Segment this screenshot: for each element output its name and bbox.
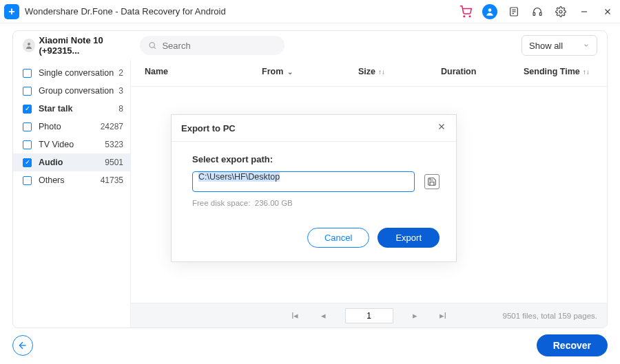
sidebar-item[interactable]: Audio9501 [13,153,130,171]
headset-icon[interactable] [530,5,544,19]
disk-info: Free disk space: 236.00 GB [192,199,440,207]
sidebar-item-count: 8 [118,104,123,114]
col-sending-time[interactable]: Sending Time ↑↓ [524,67,593,76]
cancel-button[interactable]: Cancel [307,228,369,248]
sidebar-item[interactable]: Photo24287 [13,118,130,136]
search-input[interactable] [162,41,276,51]
table-header: Name From ⌄ Size ↑↓ Duration Sending Tim… [131,60,607,87]
sidebar-item[interactable]: Others41735 [13,171,130,189]
sidebar: Single conversation2Group conversation3S… [13,60,130,328]
checkbox[interactable] [23,122,32,131]
browse-folder-button[interactable] [424,174,440,189]
export-modal: Export to PC Select export path: C:\User… [171,114,457,262]
app-logo-icon: + [4,4,19,19]
sort-icon: ↑↓ [583,68,590,76]
checkbox[interactable] [23,69,32,78]
back-button[interactable] [12,335,33,356]
export-path-input[interactable]: C:\Users\HF\Desktop [192,171,415,192]
notes-icon[interactable] [507,5,521,19]
sidebar-item-count: 2 [118,68,123,78]
modal-body: Select export path: C:\Users\HF\Desktop … [172,142,456,215]
sidebar-item-count: 24287 [101,122,123,131]
checkbox[interactable] [23,158,32,167]
app-title: Wondershare Dr.Fone - Data Recovery for … [25,6,459,17]
col-from[interactable]: From ⌄ [262,67,358,76]
prev-page-button[interactable]: ◂ [318,309,329,322]
sidebar-item-label: Single conversation [39,68,118,78]
svg-line-15 [154,47,156,48]
col-name[interactable]: Name [145,67,262,76]
titlebar-actions [459,4,614,19]
last-page-button[interactable]: ▸I [437,309,450,322]
col-duration[interactable]: Duration [441,67,524,76]
sidebar-item-label: Photo [39,122,101,131]
search-box[interactable] [140,36,285,55]
sidebar-item-count: 41735 [101,175,123,185]
svg-point-14 [149,43,154,47]
export-button[interactable]: Export [378,228,440,248]
cart-icon[interactable] [459,5,473,19]
sidebar-item-count: 5323 [105,140,123,149]
sidebar-item-label: Others [39,175,101,185]
pagination: I◂ ◂ ▸ ▸I 9501 files, total 159 pages. [131,303,607,328]
checkbox[interactable] [23,140,32,149]
close-icon[interactable] [601,5,614,19]
sidebar-item-label: Audio [39,158,105,167]
filter-dropdown[interactable]: Show all [521,35,597,56]
device-name: Xiaomi Note 10 (+92315... [39,35,133,56]
sort-icon: ↑↓ [378,68,385,76]
recover-button[interactable]: Recover [537,334,608,356]
topbar: Xiaomi Note 10 (+92315... Show all [13,31,607,60]
sidebar-item-label: TV Video [39,140,105,149]
path-row: C:\Users\HF\Desktop [192,171,440,192]
bottom-bar: Recover [12,332,608,358]
col-size[interactable]: Size ↑↓ [358,67,441,76]
titlebar: + Wondershare Dr.Fone - Data Recovery fo… [0,0,620,23]
modal-title: Export to PC [181,123,236,133]
checkbox[interactable] [23,176,32,185]
chevron-down-icon: ⌄ [287,68,293,76]
svg-point-13 [28,43,30,45]
person-icon [23,39,35,52]
sidebar-item-count: 3 [118,86,123,96]
first-page-button[interactable]: I◂ [289,309,302,322]
svg-point-1 [469,16,471,17]
minimize-icon[interactable] [577,5,591,19]
modal-footer: Cancel Export [172,215,456,261]
next-page-button[interactable]: ▸ [410,309,420,322]
filter-label: Show all [529,41,563,51]
sidebar-item-count: 9501 [105,158,123,167]
export-path-label: Select export path: [192,154,440,164]
modal-close-button[interactable] [437,122,446,134]
modal-header: Export to PC [172,115,456,142]
checkbox[interactable] [23,87,32,96]
save-icon [427,177,437,186]
sidebar-item-label: Star talk [39,104,118,114]
svg-rect-8 [539,12,541,15]
sidebar-item[interactable]: Group conversation3 [13,82,130,100]
svg-point-0 [464,16,465,17]
page-info: 9501 files, total 159 pages. [503,312,597,320]
page-input[interactable] [345,308,393,323]
svg-point-2 [488,8,492,12]
sidebar-item[interactable]: Star talk8 [13,100,130,118]
close-icon [437,122,446,131]
device-selector[interactable]: Xiaomi Note 10 (+92315... [23,35,133,56]
user-avatar-icon[interactable] [482,4,497,19]
sidebar-item[interactable]: Single conversation2 [13,64,130,82]
gear-icon[interactable] [554,5,568,19]
svg-rect-7 [533,12,535,15]
sidebar-item-label: Group conversation [39,86,118,96]
checkbox[interactable] [23,105,32,114]
svg-point-9 [559,10,562,13]
chevron-down-icon [583,41,590,51]
sidebar-item[interactable]: TV Video5323 [13,136,130,153]
search-icon [148,41,156,50]
